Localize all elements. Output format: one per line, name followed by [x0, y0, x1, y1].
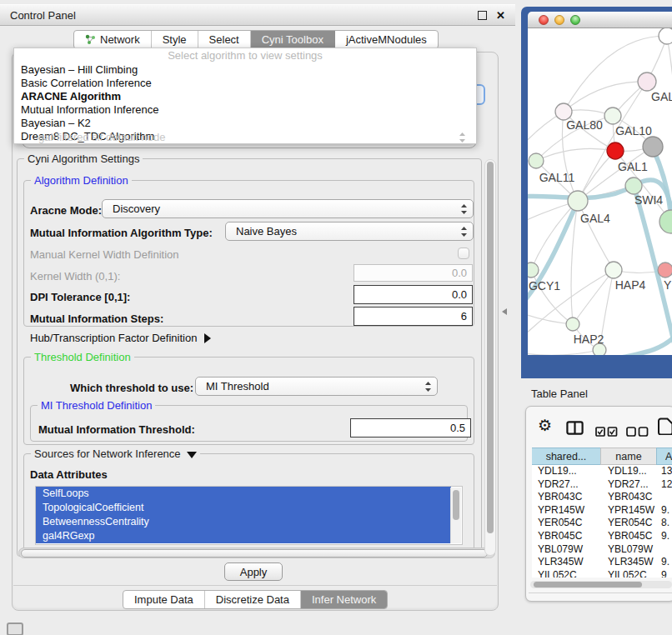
- algorithm-definition-title: Algorithm Definition: [31, 174, 132, 187]
- algorithm-option-aracne-algorithm[interactable]: ARACNE Algorithm: [14, 90, 476, 103]
- kernel-width-field[interactable]: 0.0: [354, 264, 473, 282]
- algorithm-option-bayesian-hill-climbing[interactable]: Bayesian – Hill Climbing: [14, 63, 476, 77]
- aracne-mode-select[interactable]: Discovery: [102, 199, 474, 218]
- attribute-item-selfloops[interactable]: SelfLoops: [36, 487, 451, 501]
- close-icon[interactable]: ✕: [496, 10, 505, 21]
- select-all-checkboxes-icon[interactable]: [595, 425, 618, 440]
- scrollbar-thumb[interactable]: [534, 582, 642, 588]
- network-window-titlebar[interactable]: [528, 12, 672, 28]
- node-pink-top[interactable]: [638, 72, 656, 91]
- mi-algorithm-type-label: Mutual Information Algorithm Type:: [30, 227, 213, 239]
- table-horizontal-scrollbar[interactable]: [530, 581, 672, 588]
- apply-button[interactable]: Apply: [224, 562, 283, 581]
- column-header-a[interactable]: A: [656, 448, 672, 465]
- table-row[interactable]: YDR27...YDR27...12: [532, 478, 672, 492]
- expand-right-icon[interactable]: [204, 333, 211, 343]
- document-icon[interactable]: [657, 418, 672, 438]
- node-gal4[interactable]: [568, 191, 588, 211]
- network-canvas[interactable]: GALGAL80GAL10GAL1GAL11SWI4GAL4GCY1HAP4YH…: [528, 28, 672, 355]
- gear-icon[interactable]: ⚙: [538, 418, 552, 433]
- horizontal-scrollbar[interactable]: [18, 548, 495, 558]
- column-header-name[interactable]: name: [600, 448, 657, 465]
- node-top-right[interactable]: [659, 28, 672, 44]
- dock-mini-icon[interactable]: [7, 622, 23, 635]
- table-row[interactable]: YLR345WYLR345W9.: [532, 556, 672, 569]
- node-red[interactable]: [607, 142, 624, 159]
- table-row[interactable]: YBR043CYBR043C: [532, 491, 672, 504]
- tab-discretize-data[interactable]: Discretize Data: [205, 591, 301, 608]
- table-row[interactable]: YDL19...YDL19...13: [532, 465, 672, 478]
- tab-impute-data[interactable]: Impute Data: [123, 591, 205, 608]
- node-salmon[interactable]: [658, 262, 672, 278]
- tab-cyni-toolbox[interactable]: Cyni Toolbox: [251, 31, 335, 48]
- manual-kernel-width-checkbox[interactable]: [458, 248, 469, 259]
- tab-style[interactable]: Style: [152, 31, 198, 48]
- algorithm-option-basic-correlation-inference[interactable]: Basic Correlation Inference: [14, 77, 476, 90]
- tab-infer-network[interactable]: Infer Network: [301, 591, 387, 608]
- scrollbar-thumb[interactable]: [21, 549, 488, 558]
- algorithm-option-mutual-information-inference[interactable]: Mutual Information Inference: [14, 103, 476, 117]
- columns-icon[interactable]: [566, 421, 584, 438]
- table-row[interactable]: YBL079WYBL079W: [532, 543, 672, 557]
- table-row[interactable]: YER054CYER054C8.: [532, 517, 672, 530]
- table-header: shared...nameA: [532, 448, 672, 465]
- data-attributes-list[interactable]: SelfLoopsTopologicalCoefficientBetweenne…: [35, 486, 463, 545]
- node-table[interactable]: shared...nameA YDL19...YDL19...13YDR27..…: [532, 448, 672, 578]
- threshold-definition-title: Threshold Definition: [31, 351, 134, 363]
- network-edge[interactable]: [528, 350, 599, 355]
- sources-title[interactable]: Sources for Network Inference: [31, 448, 200, 460]
- table-cell: YER054C: [532, 517, 602, 530]
- mi-steps-field[interactable]: 6: [354, 307, 473, 326]
- node-gal11[interactable]: [529, 153, 544, 168]
- tab-label: Select: [209, 33, 239, 46]
- table-cell: YLR345W: [602, 556, 659, 569]
- vertical-scrollbar[interactable]: [484, 159, 496, 556]
- attribute-item-gal4rgexp[interactable]: gal4RGexp: [36, 529, 451, 543]
- table-row[interactable]: YIL052CYIL052C9: [532, 569, 672, 578]
- sources-title-text: Sources for Network Inference: [34, 448, 181, 460]
- tab-network[interactable]: Network: [74, 31, 152, 48]
- table-row[interactable]: YBR045CYBR045C9.: [532, 530, 672, 543]
- network-edge-thick[interactable]: [604, 335, 672, 355]
- node-hap4[interactable]: [605, 262, 622, 278]
- node-swi4[interactable]: [625, 178, 642, 194]
- network-edge[interactable]: [564, 82, 647, 112]
- network-edge[interactable]: [531, 201, 578, 270]
- scrollbar-thumb[interactable]: [453, 490, 459, 520]
- attribute-item-betweennesscentrality[interactable]: BetweennessCentrality: [36, 515, 451, 529]
- mi-threshold-field[interactable]: 0.5: [350, 418, 471, 438]
- network-edge[interactable]: [573, 270, 614, 324]
- close-traffic-light[interactable]: [539, 15, 549, 25]
- table-cell: YIL052C: [602, 569, 659, 578]
- node-big-green[interactable]: [659, 210, 672, 233]
- mi-threshold-definition-title: MI Threshold Definition: [38, 399, 155, 412]
- hub-transcription-factor-section[interactable]: Hub/Transcription Factor Definition: [30, 332, 211, 344]
- node-label-gal: GAL: [651, 90, 672, 103]
- table-row[interactable]: YPR145WYPR145W9.: [532, 504, 672, 518]
- table-body: YDL19...YDL19...13YDR27...YDR27...12YBR0…: [532, 465, 672, 578]
- splitter-arrow-icon[interactable]: [502, 308, 507, 315]
- scrollbar-thumb[interactable]: [487, 162, 494, 533]
- network-graph[interactable]: GALGAL80GAL10GAL1GAL11SWI4GAL4GCY1HAP4YH…: [528, 28, 672, 355]
- collapse-down-icon[interactable]: [187, 452, 197, 458]
- which-threshold-select[interactable]: MI Threshold: [195, 377, 438, 396]
- zoom-traffic-light[interactable]: [570, 15, 580, 25]
- node-hap2[interactable]: [566, 318, 579, 331]
- column-header-shared[interactable]: shared...: [532, 448, 601, 465]
- attribute-item-topologicalcoefficient[interactable]: TopologicalCoefficient: [36, 501, 451, 515]
- float-window-icon[interactable]: [478, 11, 487, 20]
- algorithm-option-bayesian-k2[interactable]: Bayesian – K2: [14, 117, 476, 130]
- network-edge[interactable]: [531, 270, 573, 324]
- deselect-all-checkboxes-icon[interactable]: [626, 425, 649, 440]
- node-gal10[interactable]: [604, 108, 621, 124]
- node-gcy1[interactable]: [528, 262, 539, 278]
- node-gray[interactable]: [643, 137, 663, 157]
- list-scrollbar[interactable]: [450, 488, 461, 543]
- tab-jactivemnodules[interactable]: jActiveMNodules: [335, 31, 438, 48]
- dpi-tolerance-field[interactable]: 0.0: [354, 285, 473, 304]
- node-gal80[interactable]: [555, 103, 572, 120]
- minimize-traffic-light[interactable]: [554, 15, 564, 25]
- mi-algorithm-type-select[interactable]: Naive Bayes: [225, 222, 474, 241]
- network-edge[interactable]: [536, 148, 615, 161]
- tab-select[interactable]: Select: [198, 31, 251, 48]
